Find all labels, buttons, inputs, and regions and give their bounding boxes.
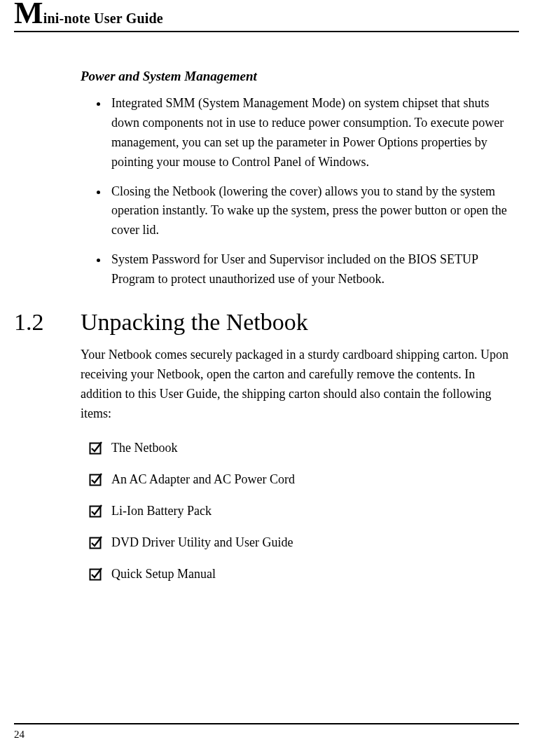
checkbox-checked-icon [89, 472, 103, 486]
power-bullet-list: Integrated SMM (System Management Mode) … [81, 94, 519, 289]
footer-rule [14, 723, 519, 724]
checkbox-checked-icon [89, 535, 103, 549]
checkbox-checked-icon [89, 504, 103, 518]
section-title: Unpacking the Netbook [81, 309, 308, 336]
power-bullet: Integrated SMM (System Management Mode) … [109, 94, 519, 172]
header-title-big-letter: M [14, 4, 43, 22]
checklist-label: DVD Driver Utility and User Guide [111, 535, 293, 550]
unpacking-intro: Your Netbook comes securely packaged in … [81, 345, 519, 424]
checklist-item: Quick Setup Manual [89, 567, 519, 582]
power-bullet: System Password for User and Supervisor … [109, 250, 519, 289]
checkbox-checked-icon [89, 441, 103, 455]
checkbox-checked-icon [89, 567, 103, 581]
power-heading: Power and System Management [81, 69, 519, 84]
checklist: The Netbook An AC Adapter and AC Power C… [89, 441, 519, 582]
checklist-item: The Netbook [89, 441, 519, 455]
power-bullet: Closing the Netbook (lowering the cover)… [109, 182, 519, 241]
checklist-label: Li-Ion Battery Pack [111, 504, 212, 518]
checklist-label: Quick Setup Manual [111, 567, 216, 582]
header-rule [14, 31, 519, 32]
checklist-item: An AC Adapter and AC Power Cord [89, 472, 519, 487]
content: Power and System Management Integrated S… [81, 69, 519, 582]
header-title-rest: ini-note User Guide [43, 11, 163, 26]
checklist-label: An AC Adapter and AC Power Cord [111, 472, 295, 487]
header-title: Mini-note User Guide [14, 11, 163, 26]
section-heading-row: 1.2 Unpacking the Netbook [14, 309, 519, 336]
page-header: Mini-note User Guide [14, 0, 519, 32]
page-footer: 24 [14, 723, 519, 741]
checklist-item: Li-Ion Battery Pack [89, 504, 519, 518]
checklist-item: DVD Driver Utility and User Guide [89, 535, 519, 550]
checklist-label: The Netbook [111, 441, 177, 455]
page: Mini-note User Guide Power and System Ma… [0, 0, 533, 756]
section-number: 1.2 [14, 309, 81, 336]
page-number: 24 [14, 729, 519, 741]
